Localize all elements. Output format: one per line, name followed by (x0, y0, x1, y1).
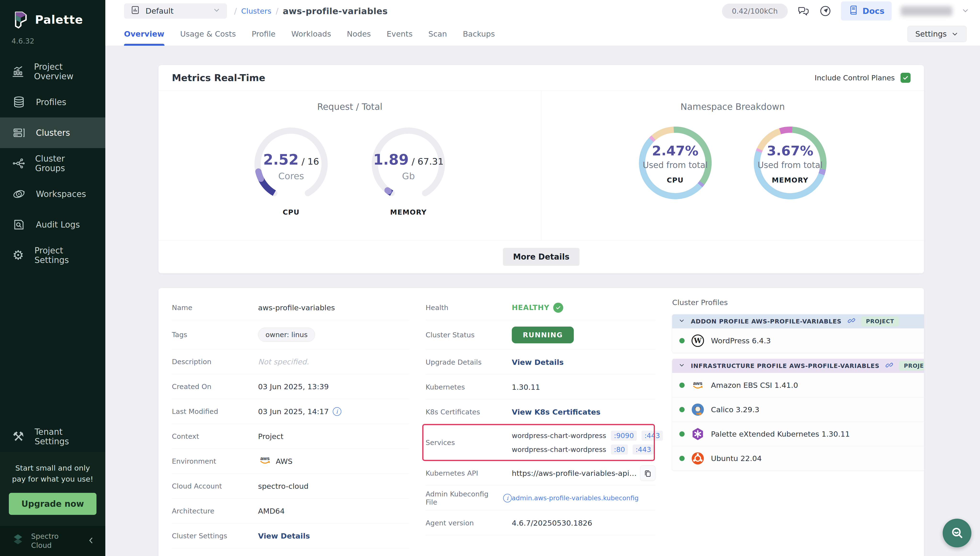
collapse-sidebar-icon[interactable] (86, 536, 96, 546)
upgrade-now-button[interactable]: Upgrade now (9, 493, 96, 515)
field-label: Name (172, 304, 258, 312)
tab-events[interactable]: Events (387, 22, 413, 46)
request-total-title: Request / Total (159, 102, 541, 112)
tab-nodes[interactable]: Nodes (347, 22, 371, 46)
project-badge: PROJECT (899, 361, 924, 371)
namespace-title: Namespace Breakdown (541, 102, 924, 112)
tab-overview[interactable]: Overview (124, 22, 164, 46)
service-port-link[interactable]: :443 (633, 444, 654, 454)
field-label: Upgrade Details (426, 358, 512, 366)
tab-scan[interactable]: Scan (428, 22, 447, 46)
usage-badge: 0.42/100kCh (722, 3, 788, 19)
detail-row-name: Nameaws-profile-variables (172, 295, 409, 320)
app-root: Palette 4.6.32 Project Overview Profiles… (0, 0, 980, 556)
spectro-cloud-logo-icon (10, 532, 26, 550)
service-port-link[interactable]: :443 (641, 431, 663, 441)
chevron-down-icon (679, 317, 685, 325)
breadcrumb-clusters-link[interactable]: Clusters (241, 7, 271, 15)
book-icon (848, 5, 859, 17)
sidebar-item-project-overview[interactable]: Project Overview (0, 56, 105, 87)
cluster-details-card: Nameaws-profile-variablesTagsowner: linu… (159, 288, 924, 556)
detail-row-health: HealthHEALTHY (426, 295, 655, 320)
detail-row-tags: Tagsowner: linus (172, 320, 409, 349)
audit-icon (11, 218, 27, 231)
project-icon (130, 5, 140, 17)
detail-row-description: DescriptionNot specified. (172, 349, 409, 374)
info-icon[interactable]: i (333, 407, 341, 416)
field-label: Services (426, 438, 512, 447)
link-icon (885, 361, 893, 370)
field-label: Architecture (172, 507, 258, 515)
service-port-link[interactable]: :80 (611, 444, 628, 454)
metrics-title: Metrics Real-Time (172, 73, 265, 83)
palette-logo-icon (11, 10, 30, 29)
cpu-request-gauge: 2.52 / 16 Cores CPU (250, 123, 332, 216)
network-icon (11, 157, 26, 170)
upgrade-details-link[interactable]: View Details (512, 358, 564, 367)
sidebar-item-clusters[interactable]: Clusters (0, 118, 105, 148)
aws-logo: aws (691, 378, 705, 392)
field-label: Tags (172, 331, 258, 339)
sidebar-item-workspaces[interactable]: Workspaces (0, 179, 105, 209)
profile-group-header[interactable]: INFRASTRUCTURE PROFILE AWS-PROFILE-VARIA… (672, 359, 924, 373)
field-label: Description (172, 358, 258, 366)
profile-layer-calico-3-29-3[interactable]: Calico 3.29.3 (672, 397, 924, 422)
field-label: Kubernetes API (426, 469, 512, 477)
docs-button[interactable]: Docs (841, 2, 892, 21)
health-status: HEALTHY (512, 303, 549, 312)
sidebar-item-tenant-settings[interactable]: ⚒ Tenant Settings (0, 421, 105, 452)
profile-layer-ubuntu-22-04[interactable]: Ubuntu 22.04 (672, 446, 924, 470)
link-icon (847, 317, 855, 326)
include-control-planes-checkbox[interactable] (901, 73, 910, 83)
field-label: Health (426, 304, 512, 312)
info-icon[interactable]: i (503, 494, 512, 503)
chat-icon[interactable] (797, 5, 810, 18)
tab-profile[interactable]: Profile (251, 22, 275, 46)
copy-button[interactable] (640, 465, 655, 481)
compass-icon[interactable] (819, 5, 832, 18)
field-label: Kubernetes (426, 383, 512, 391)
detail-row-architecture: ArchitectureAMD64 (172, 499, 409, 524)
tab-workloads[interactable]: Workloads (291, 22, 331, 46)
logo-row: Palette (0, 0, 105, 31)
svg-text:W: W (694, 336, 702, 345)
project-selector[interactable]: Default (124, 3, 227, 19)
field-label: Agent version (426, 519, 512, 527)
user-chevron-down-icon[interactable] (961, 6, 969, 16)
k8s-certificates-link[interactable]: View K8s Certificates (512, 408, 600, 416)
profile-group-header[interactable]: ADDON PROFILE AWS-PROFILE-VARIABLES PROJ… (672, 314, 924, 328)
sidebar-item-project-settings[interactable]: ⚙ Project Settings (0, 240, 105, 271)
promo-text: Start small and only pay for what you us… (8, 462, 97, 485)
memory-request-gauge: 1.89 / 67.31 Gb MEMORY (368, 123, 449, 216)
help-search-button[interactable] (943, 519, 971, 547)
profile-group: INFRASTRUCTURE PROFILE AWS-PROFILE-VARIA… (672, 359, 924, 470)
server-icon (11, 126, 27, 140)
sidebar-item-cluster-groups[interactable]: Cluster Groups (0, 148, 105, 179)
service-port-link[interactable]: :9090 (611, 431, 637, 441)
sidebar-item-audit-logs[interactable]: Audit Logs (0, 209, 105, 240)
status-dot (679, 432, 685, 436)
chevron-down-icon (951, 30, 959, 38)
topbar: Default / Clusters / aws-profile-variabl… (105, 0, 980, 22)
detail-row-cluster-status: Cluster StatusRUNNING (426, 320, 655, 350)
project-badge: PROJECT (861, 316, 899, 326)
tab-usage-costs[interactable]: Usage & Costs (180, 22, 236, 46)
status-dot (679, 407, 685, 412)
sidebar-items: Project Overview Profiles Clusters Clust… (0, 56, 105, 271)
admin-kubeconfig-file-link[interactable]: admin.aws-profile-variables.kubeconfig (512, 494, 639, 502)
topbar-right: 0.42/100kCh Docs (722, 2, 969, 21)
memory-namespace-donut: 3.67% Used from total MEMORY (751, 123, 830, 204)
settings-button[interactable]: Settings (907, 26, 967, 42)
profile-layer-palette-extended-kubernetes-1-30-11[interactable]: Palette eXtended Kubernetes 1.30.11 (672, 422, 924, 446)
field-label: K8s Certificates (426, 408, 512, 416)
profile-layer-wordpress-6-4-3[interactable]: W WordPress 6.4.3 (672, 328, 924, 352)
app-title: Palette (35, 13, 83, 26)
detail-row-kubernetes: Kubernetes1.30.11 (426, 375, 655, 399)
profile-layer-amazon-ebs-csi-1-41-0[interactable]: aws Amazon EBS CSI 1.41.0 (672, 373, 924, 397)
cluster-settings-link[interactable]: View Details (258, 532, 310, 540)
status-dot (679, 383, 685, 388)
tab-backups[interactable]: Backups (463, 22, 495, 46)
sidebar-item-profiles[interactable]: Profiles (0, 87, 105, 118)
user-menu[interactable] (901, 6, 952, 16)
more-details-button[interactable]: More Details (503, 248, 580, 266)
